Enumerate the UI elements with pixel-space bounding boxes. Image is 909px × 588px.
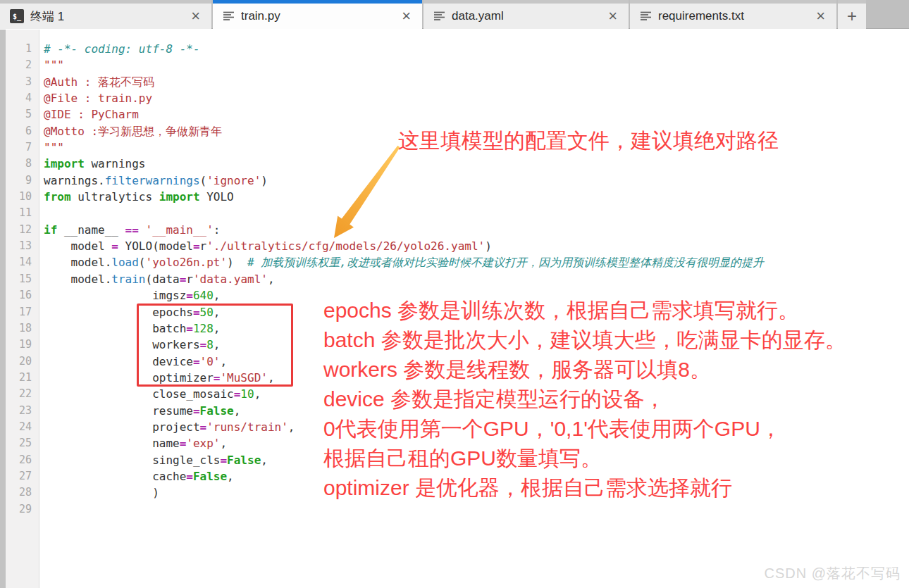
line-number: 26 xyxy=(6,452,32,468)
code-token: './ultralytics/cfg/models/26/yolo26.yaml… xyxy=(206,239,485,253)
tab-label: data.yaml xyxy=(452,9,607,23)
annotation-line: 0代表使用第一个GPU，'0,1'代表使用两个GPU， xyxy=(323,414,846,444)
code-token: , xyxy=(227,470,234,483)
code-token: import xyxy=(44,157,85,170)
watermark: CSDN @落花不写码 xyxy=(764,564,901,583)
code-token: from xyxy=(44,190,71,204)
tab-label: train.py xyxy=(241,9,400,23)
line-number: 19 xyxy=(6,337,32,353)
code-token: 'exp' xyxy=(186,437,220,450)
annotation-line: batch 参数是批次大小，建议填大些，吃满显卡的显存。 xyxy=(323,325,846,355)
line-number: 29 xyxy=(6,501,32,518)
editor-left-strip xyxy=(0,30,6,588)
code-token: name xyxy=(44,437,180,450)
code-token: = xyxy=(180,437,187,450)
code-token: model xyxy=(44,239,111,253)
code-token: 640 xyxy=(193,289,214,302)
code-token: ultralytics xyxy=(71,190,159,204)
code-token: = xyxy=(234,387,241,401)
line-number: 22 xyxy=(6,386,32,402)
line-number: 10 xyxy=(6,189,32,205)
code-token: == xyxy=(125,223,139,237)
code-line: model = YOLO(model=r'./ultralytics/cfg/m… xyxy=(44,238,909,254)
line-number: 27 xyxy=(6,468,32,484)
tab-label: 终端 1 xyxy=(30,8,190,25)
code-token: cache xyxy=(44,470,186,483)
tab-bar: $_ 终端 1 × train.py × data.yaml × xyxy=(0,0,909,29)
code-token: 'ignore' xyxy=(206,174,261,187)
code-token: = xyxy=(186,470,193,483)
code-token: 'runs/train' xyxy=(206,420,288,434)
code-token: project xyxy=(44,420,200,434)
gutter-numbers: 1234567891011121314151617181920212223242… xyxy=(6,30,39,588)
code-line: model.load('yolo26n.pt') # 加载预训练权重,改进或者做… xyxy=(44,254,909,270)
code-token: import xyxy=(159,190,200,204)
line-number: 14 xyxy=(6,254,32,270)
code-token: # -*- coding: utf-8 -*- xyxy=(44,42,200,56)
close-icon[interactable]: × xyxy=(190,9,202,23)
editor-window: $_ 终端 1 × train.py × data.yaml × xyxy=(0,0,909,588)
code-token: imgsz xyxy=(44,289,186,302)
line-number: 5 xyxy=(6,106,32,123)
line-number: 9 xyxy=(6,173,32,189)
annotation-line: optimizer 是优化器，根据自己需求选择就行 xyxy=(323,473,846,503)
code-token: warnings xyxy=(85,157,146,170)
tab-requirements-txt[interactable]: requirements.txt × xyxy=(630,0,836,29)
code-line: # -*- coding: utf-8 -*- xyxy=(44,41,909,57)
tab-train-py[interactable]: train.py × xyxy=(213,0,422,29)
code-token: # 加载预训练权重,改进或者做对比实验时候不建议打开，因为用预训练模型整体精度没… xyxy=(247,256,764,269)
code-token: model. xyxy=(44,256,111,269)
line-number: 4 xyxy=(6,90,32,106)
code-token: 10 xyxy=(240,387,254,401)
code-token: resume xyxy=(44,404,193,418)
code-token: , xyxy=(268,273,275,286)
annotation-line: epochs 参数是训练次数，根据自己需求填写就行。 xyxy=(323,296,846,325)
code-token: 'yolo26n.pt' xyxy=(146,256,228,269)
code-token: if xyxy=(44,223,57,237)
annotation-line: workers 参数是线程数，服务器可以填8。 xyxy=(323,355,846,384)
line-number: 6 xyxy=(6,123,32,139)
code-line: from ultralytics import YOLO xyxy=(44,189,909,205)
code-token: __name__ xyxy=(57,223,125,237)
code-token: ) xyxy=(44,486,159,499)
line-number: 3 xyxy=(6,74,32,90)
param-notes: epochs 参数是训练次数，根据自己需求填写就行。batch 参数是批次大小，… xyxy=(323,296,846,503)
highlight-box xyxy=(137,304,293,387)
code-token: load xyxy=(111,256,139,269)
code-token: filterwarnings xyxy=(105,174,200,187)
line-number: 17 xyxy=(6,304,32,320)
close-icon[interactable]: × xyxy=(607,9,619,23)
tab-terminal-1[interactable]: $_ 终端 1 × xyxy=(0,0,211,29)
code-token: ) xyxy=(227,256,247,269)
code-token: YOLO xyxy=(200,190,234,204)
code-line xyxy=(44,205,909,221)
code-token: = xyxy=(111,239,118,253)
line-number: 13 xyxy=(6,238,32,254)
line-number: 18 xyxy=(6,320,32,337)
line-number: 16 xyxy=(6,287,32,304)
new-tab-button[interactable]: + xyxy=(838,0,866,29)
code-token: model. xyxy=(44,273,111,286)
annotation-line: device 参数是指定模型运行的设备， xyxy=(323,384,846,414)
code-token: ( xyxy=(139,256,146,269)
code-token: ) xyxy=(261,174,268,187)
line-number: 12 xyxy=(6,222,32,238)
line-number: 8 xyxy=(6,156,32,172)
line-number: 1 xyxy=(6,41,32,57)
code-token: , xyxy=(234,404,241,418)
file-lines-icon xyxy=(640,11,652,22)
code-line: warnings.filterwarnings('ignore') xyxy=(44,173,909,189)
code-token: single_cls xyxy=(44,453,220,467)
tab-data-yaml[interactable]: data.yaml × xyxy=(423,0,629,29)
close-icon[interactable]: × xyxy=(815,9,827,23)
terminal-icon: $_ xyxy=(10,9,24,23)
code-token: = xyxy=(220,453,227,467)
code-line: @IDE : PyCharm xyxy=(44,106,909,123)
code-token: r xyxy=(186,273,193,286)
code-line xyxy=(44,501,909,518)
code-token: False xyxy=(227,453,261,467)
close-icon[interactable]: × xyxy=(400,9,412,23)
line-number: 25 xyxy=(6,435,32,451)
code-token: ) xyxy=(485,239,492,253)
code-token: '__main__' xyxy=(146,223,214,237)
